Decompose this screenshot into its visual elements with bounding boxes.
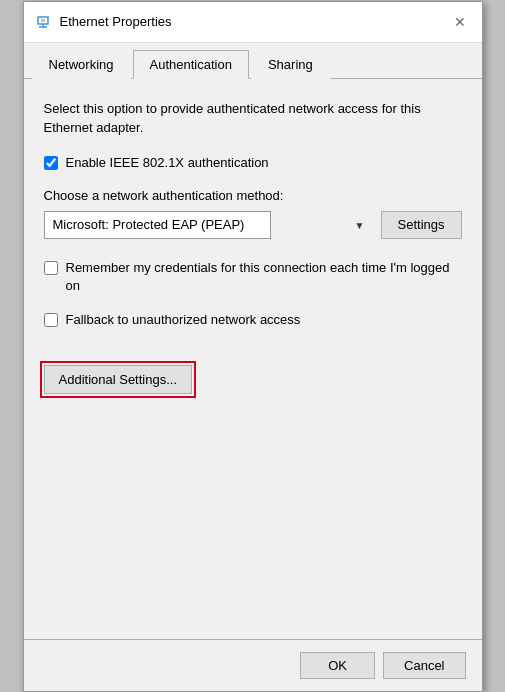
- remember-checkbox[interactable]: [44, 261, 58, 275]
- dialog-footer: OK Cancel: [24, 639, 482, 691]
- fallback-label: Fallback to unauthorized network access: [66, 311, 301, 329]
- ok-button[interactable]: OK: [300, 652, 375, 679]
- svg-rect-3: [41, 19, 45, 22]
- tab-sharing[interactable]: Sharing: [251, 50, 330, 79]
- enable-ieee-checkbox[interactable]: [44, 156, 58, 170]
- fallback-checkbox-row: Fallback to unauthorized network access: [44, 311, 462, 329]
- method-dropdown[interactable]: Microsoft: Protected EAP (PEAP): [44, 211, 271, 239]
- remember-checkbox-row: Remember my credentials for this connect…: [44, 259, 462, 295]
- method-label: Choose a network authentication method:: [44, 188, 462, 203]
- network-icon: [34, 13, 52, 31]
- description-text: Select this option to provide authentica…: [44, 99, 462, 138]
- fallback-checkbox[interactable]: [44, 313, 58, 327]
- tab-authentication[interactable]: Authentication: [133, 50, 249, 79]
- dropdown-arrow-icon: ▼: [355, 219, 365, 230]
- ethernet-properties-window: Ethernet Properties ✕ Networking Authent…: [23, 1, 483, 692]
- method-dropdown-wrapper: Microsoft: Protected EAP (PEAP) ▼: [44, 211, 371, 239]
- close-button[interactable]: ✕: [448, 10, 472, 34]
- enable-checkbox-row: Enable IEEE 802.1X authentication: [44, 154, 462, 172]
- remember-label: Remember my credentials for this connect…: [66, 259, 462, 295]
- additional-settings-button[interactable]: Additional Settings...: [44, 365, 193, 394]
- tab-networking[interactable]: Networking: [32, 50, 131, 79]
- title-bar-left: Ethernet Properties: [34, 13, 172, 31]
- cancel-button[interactable]: Cancel: [383, 652, 465, 679]
- window-title: Ethernet Properties: [60, 14, 172, 29]
- tab-content: Select this option to provide authentica…: [24, 79, 482, 639]
- method-row: Microsoft: Protected EAP (PEAP) ▼ Settin…: [44, 211, 462, 239]
- settings-button[interactable]: Settings: [381, 211, 462, 239]
- enable-ieee-label: Enable IEEE 802.1X authentication: [66, 154, 269, 172]
- title-bar: Ethernet Properties ✕: [24, 2, 482, 43]
- tab-bar: Networking Authentication Sharing: [24, 43, 482, 79]
